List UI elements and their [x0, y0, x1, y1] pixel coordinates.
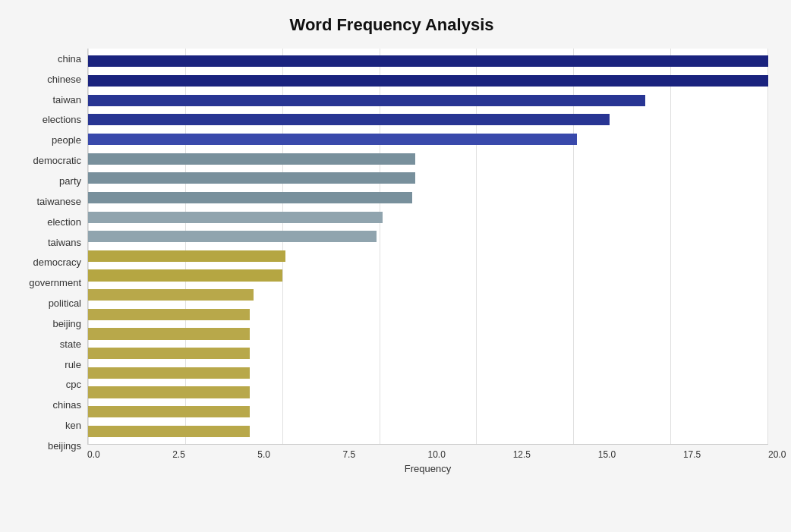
chart-title: Word Frequency Analysis	[15, 15, 768, 35]
y-label: ken	[65, 420, 81, 430]
bar	[88, 172, 415, 184]
bar	[88, 192, 412, 203]
bar-row	[88, 227, 768, 247]
bar	[88, 269, 282, 281]
bar	[88, 309, 250, 320]
y-label: beijings	[48, 441, 81, 451]
bar	[88, 367, 250, 379]
y-label: taiwan	[52, 95, 81, 105]
bar-row	[88, 266, 768, 285]
bar	[88, 134, 577, 145]
bar-row	[88, 285, 768, 305]
bar-row	[88, 344, 768, 364]
y-label: democracy	[33, 257, 81, 267]
bar	[88, 386, 250, 398]
y-label: chinas	[52, 400, 81, 410]
bar-row	[88, 130, 768, 150]
bar	[88, 231, 377, 242]
grid-and-bars	[87, 49, 768, 445]
y-label: taiwanese	[36, 197, 81, 206]
y-label: democratic	[33, 156, 81, 165]
bar-row	[88, 402, 768, 422]
y-label: taiwans	[48, 238, 81, 247]
bar-row	[88, 382, 768, 402]
y-label: political	[49, 298, 81, 308]
bar	[88, 426, 250, 437]
bar-row	[88, 90, 768, 110]
bar-row	[88, 71, 768, 91]
bar	[88, 212, 383, 223]
x-axis-title: Frequency	[87, 463, 768, 474]
y-label: china	[58, 54, 81, 64]
bar	[88, 328, 250, 339]
bar	[88, 75, 768, 87]
bar	[88, 289, 254, 301]
bar	[88, 55, 768, 67]
bar-row	[88, 110, 768, 130]
y-label: rule	[65, 360, 81, 370]
y-label: party	[59, 176, 81, 186]
bar-row	[88, 421, 768, 441]
bars-container	[88, 49, 768, 444]
chart-container: Word Frequency Analysis chinachinesetaiw…	[0, 0, 791, 532]
y-label: state	[60, 339, 81, 349]
y-label: election	[47, 217, 81, 227]
bar-row	[88, 324, 768, 344]
bar	[88, 153, 415, 165]
bar-row	[88, 168, 768, 188]
y-label: government	[29, 278, 81, 288]
y-label: cpc	[66, 379, 81, 389]
bar	[88, 114, 610, 125]
bar-row	[88, 52, 768, 71]
bar	[88, 95, 645, 106]
bar-row	[88, 305, 768, 325]
bar	[88, 348, 250, 359]
y-label: beijing	[52, 319, 81, 329]
bar-row	[88, 188, 768, 208]
bar	[88, 406, 250, 417]
y-label: elections	[43, 115, 81, 124]
bars-and-grid: 0.02.55.07.510.012.515.017.520.0 Frequen…	[87, 49, 768, 474]
y-axis-labels: chinachinesetaiwanelectionspeopledemocra…	[15, 49, 87, 474]
x-axis-labels: 0.02.55.07.510.012.515.017.520.0	[87, 445, 768, 460]
bar-row	[88, 364, 768, 383]
chart-area: chinachinesetaiwanelectionspeopledemocra…	[15, 49, 768, 474]
bar-row	[88, 247, 768, 266]
y-label: people	[52, 135, 81, 145]
bar-row	[88, 207, 768, 227]
bar	[88, 250, 285, 262]
y-label: chinese	[47, 74, 81, 84]
bar-row	[88, 149, 768, 168]
